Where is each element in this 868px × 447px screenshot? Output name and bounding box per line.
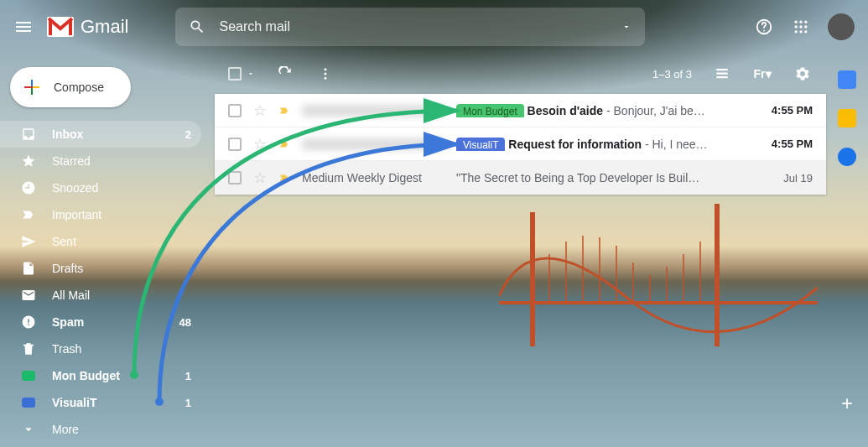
sidebar-item-label: More — [52, 423, 191, 436]
important-icon[interactable] — [278, 105, 290, 117]
search-options-dropdown-icon[interactable] — [621, 22, 632, 32]
email-subject: Mon Budget Besoin d'aide - Bonjour, J'ai… — [456, 104, 751, 117]
sidebar-item-count: 2 — [185, 128, 191, 141]
email-time: Jul 19 — [762, 172, 813, 185]
split-pane-button[interactable] — [712, 64, 732, 84]
svg-point-7 — [799, 25, 802, 28]
email-list: ☆Mon Budget Besoin d'aide - Bonjour, J'a… — [215, 94, 826, 195]
account-avatar[interactable] — [828, 13, 855, 40]
sidebar-item-important[interactable]: Important — [0, 201, 201, 228]
sidebar-item-label: Spam — [52, 315, 179, 329]
email-row[interactable]: ☆Mon Budget Besoin d'aide - Bonjour, J'a… — [215, 94, 826, 127]
svg-point-11 — [804, 30, 807, 33]
sidebar-item-starred[interactable]: Starred — [0, 148, 201, 174]
settings-button[interactable] — [793, 64, 813, 84]
email-row[interactable]: ☆Medium Weekly Digest"The Secret to Bein… — [215, 161, 826, 195]
sidebar-item-more[interactable]: More — [0, 416, 201, 443]
sidebar-item-label: Inbox — [52, 127, 185, 141]
sidebar-item-label: Drafts — [52, 262, 191, 275]
side-panel: + — [826, 54, 868, 447]
allmail-icon — [20, 287, 37, 304]
email-sender — [302, 138, 444, 150]
drafts-icon — [20, 260, 37, 277]
search-icon — [189, 18, 205, 35]
apps-grid-button[interactable] — [791, 17, 811, 37]
more-icon — [20, 421, 37, 438]
svg-point-8 — [804, 25, 807, 28]
clock-icon — [20, 179, 37, 196]
label-icon — [20, 367, 37, 384]
svg-point-9 — [795, 30, 798, 33]
important-icon[interactable] — [278, 172, 290, 184]
get-addons-button[interactable]: + — [837, 393, 857, 413]
svg-rect-17 — [716, 76, 728, 78]
refresh-button[interactable] — [275, 64, 295, 84]
email-time: 4:55 PM — [762, 138, 813, 150]
search-box[interactable] — [175, 8, 645, 46]
compose-label: Compose — [54, 81, 104, 94]
sidebar-item-label: VisualiT — [52, 396, 185, 409]
list-toolbar: 1–3 of 3 Fr▾ — [215, 54, 826, 94]
email-sender: Medium Weekly Digest — [302, 171, 444, 185]
star-icon[interactable]: ☆ — [253, 135, 267, 153]
label-icon — [20, 394, 37, 411]
sidebar-item-count: 1 — [185, 397, 191, 409]
sidebar-item-snoozed[interactable]: Snoozed — [0, 174, 201, 201]
row-checkbox[interactable] — [228, 104, 242, 117]
sidebar: Compose Inbox2StarredSnoozedImportantSen… — [0, 54, 215, 447]
chevron-down-icon[interactable] — [247, 70, 255, 78]
email-row[interactable]: ☆VisualiT Request for information - Hi, … — [215, 127, 826, 161]
sidebar-item-label: All Mail — [52, 288, 191, 302]
compose-plus-icon — [22, 77, 42, 97]
svg-point-3 — [795, 21, 798, 23]
sidebar-nav-list: Inbox2StarredSnoozedImportantSentDraftsA… — [0, 121, 215, 443]
sidebar-item-inbox[interactable]: Inbox2 — [0, 121, 201, 148]
row-checkbox[interactable] — [228, 138, 242, 151]
sidebar-item-visualit[interactable]: VisualiT1 — [0, 389, 201, 416]
sidebar-item-spam[interactable]: Spam48 — [0, 309, 201, 335]
select-all[interactable] — [228, 67, 255, 81]
svg-rect-15 — [716, 69, 728, 70]
svg-point-5 — [804, 21, 807, 23]
svg-point-14 — [325, 77, 327, 80]
important-icon[interactable] — [278, 138, 290, 150]
support-button[interactable] — [754, 17, 774, 37]
sidebar-item-count: 1 — [185, 370, 191, 382]
calendar-addon-icon[interactable] — [838, 70, 856, 89]
sidebar-item-label: Starred — [52, 154, 191, 168]
app-name: Gmail — [81, 16, 128, 38]
select-all-checkbox[interactable] — [228, 67, 242, 81]
email-subject: "The Secret to Being a Top Developer Is … — [456, 171, 751, 185]
svg-point-2 — [763, 30, 765, 32]
row-checkbox[interactable] — [228, 171, 242, 185]
svg-point-10 — [799, 30, 802, 33]
svg-point-13 — [325, 73, 327, 75]
gmail-logo-icon — [47, 17, 74, 37]
sidebar-item-label: Sent — [52, 235, 191, 248]
sidebar-item-all-mail[interactable]: All Mail — [0, 282, 201, 309]
sidebar-item-label: Snoozed — [52, 181, 191, 195]
sidebar-item-drafts[interactable]: Drafts — [0, 255, 201, 282]
compose-button[interactable]: Compose — [10, 67, 131, 107]
important-icon — [20, 206, 37, 223]
main-pane: 1–3 of 3 Fr▾ ☆Mon Budget Besoin d'aide -… — [215, 54, 868, 447]
search-input[interactable] — [219, 19, 608, 34]
input-tools-button[interactable]: Fr▾ — [752, 64, 772, 84]
keep-addon-icon[interactable] — [838, 109, 856, 127]
sidebar-item-label: Trash — [52, 342, 191, 356]
star-icon — [20, 153, 37, 169]
star-icon[interactable]: ☆ — [253, 101, 267, 120]
gmail-logo-area[interactable]: Gmail — [47, 16, 128, 38]
tasks-addon-icon[interactable] — [838, 148, 856, 166]
more-actions-button[interactable] — [315, 64, 335, 84]
email-label: Mon Budget — [456, 104, 524, 117]
sent-icon — [20, 233, 37, 250]
sidebar-item-mon-budget[interactable]: Mon Budget1 — [0, 362, 201, 389]
main-menu-button[interactable] — [13, 17, 34, 37]
sidebar-item-trash[interactable]: Trash — [0, 335, 201, 362]
pagination-range: 1–3 of 3 — [652, 68, 692, 81]
star-icon[interactable]: ☆ — [253, 169, 267, 187]
svg-point-12 — [325, 68, 327, 70]
sidebar-item-sent[interactable]: Sent — [0, 228, 201, 255]
email-label: VisualiT — [456, 138, 505, 151]
